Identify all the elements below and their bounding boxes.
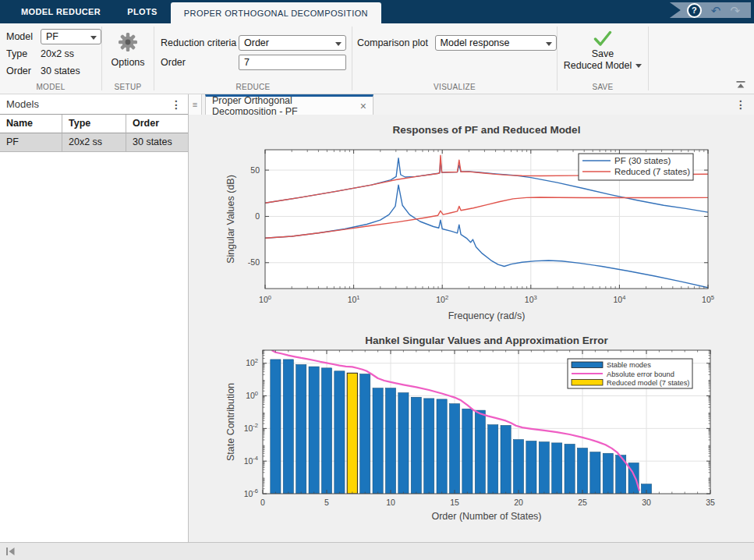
document-tab-bar-menu-icon[interactable]: ⋮ <box>727 94 754 115</box>
svg-text:30: 30 <box>642 498 651 507</box>
svg-text:0: 0 <box>255 211 260 221</box>
hsv-bar[interactable] <box>335 371 345 494</box>
section-label-save: SAVE <box>558 83 648 94</box>
help-icon[interactable]: ? <box>687 3 702 18</box>
tab-proper-orthogonal-decomposition[interactable]: PROPER ORTHOGONAL DECOMPOSITION <box>171 2 381 23</box>
models-panel: Models ⋮ Name Type Order PF 20x2 ss 30 s… <box>0 94 189 542</box>
hsv-bar[interactable] <box>488 425 498 494</box>
redo-icon[interactable]: ↷ <box>730 5 740 16</box>
hsv-bar[interactable] <box>513 440 523 494</box>
hsv-bar[interactable] <box>501 425 511 494</box>
hsv-bar[interactable] <box>552 443 562 494</box>
models-col-order: Order <box>126 115 188 133</box>
status-bar <box>0 542 754 560</box>
hsv-bar[interactable] <box>603 453 613 494</box>
quick-access-toolbar: ? ↶ ↷ <box>670 2 751 18</box>
hsv-bar[interactable] <box>373 388 383 494</box>
check-icon <box>593 30 613 48</box>
save-button-line2: Reduced Model <box>564 60 632 72</box>
svg-text:20: 20 <box>514 498 523 507</box>
table-row[interactable]: PF 20x2 ss 30 states <box>0 133 188 151</box>
model-label: Model <box>6 31 41 42</box>
tab-strip-handle[interactable]: ≡ <box>189 94 202 115</box>
save-button-line1: Save <box>592 48 614 60</box>
model-dropdown[interactable]: PF <box>41 29 101 44</box>
svg-text:35: 35 <box>706 498 715 507</box>
save-reduced-model-button[interactable]: Save Reduced Model <box>564 30 642 72</box>
hsv-bar[interactable] <box>296 364 306 494</box>
order-input[interactable] <box>239 55 346 70</box>
hsv-bar[interactable] <box>309 367 319 494</box>
hsv-bar[interactable] <box>283 360 293 494</box>
comparison-plot-dropdown[interactable]: Model response <box>435 35 557 51</box>
section-label-reduce: REDUCE <box>154 83 352 94</box>
undo-icon[interactable]: ↶ <box>711 5 721 16</box>
document-tab-bar: ≡ Proper Orthogonal Decomposition - PF ×… <box>189 94 754 115</box>
hsv-bar[interactable] <box>411 397 421 494</box>
options-button-label[interactable]: Options <box>111 57 144 68</box>
hsv-bar[interactable] <box>271 360 281 494</box>
document-tab-pod-pf[interactable]: Proper Orthogonal Decomposition - PF × <box>205 94 373 115</box>
chart-responses: 500-50100101102103104105Responses of PF … <box>225 124 714 321</box>
models-col-name: Name <box>0 115 62 133</box>
svg-text:50: 50 <box>250 165 260 175</box>
svg-text:104: 104 <box>613 294 625 305</box>
hsv-bar[interactable] <box>449 404 459 494</box>
hsv-bar[interactable] <box>462 409 473 494</box>
charts-canvas: 500-50100101102103104105Responses of PF … <box>189 115 753 542</box>
comparison-plot-value: Model response <box>441 37 510 48</box>
svg-text:105: 105 <box>702 294 714 305</box>
svg-text:103: 103 <box>525 294 537 305</box>
hsv-bar[interactable] <box>565 444 575 494</box>
caret-down-icon <box>90 36 97 40</box>
models-table: Name Type Order PF 20x2 ss 30 states <box>0 114 188 152</box>
caret-down-icon <box>335 42 342 46</box>
tab-model-reducer[interactable]: MODEL REDUCER <box>8 0 114 23</box>
hsv-bar[interactable] <box>360 374 370 494</box>
svg-text:15: 15 <box>450 498 459 507</box>
hsv-bar[interactable] <box>398 393 409 494</box>
svg-text:5: 5 <box>324 498 329 507</box>
options-button[interactable] <box>118 30 138 54</box>
ribbon-filler <box>649 23 754 94</box>
reduction-criteria-dropdown[interactable]: Order <box>239 35 346 51</box>
hsv-bar[interactable] <box>321 368 331 494</box>
hsv-bar[interactable] <box>385 388 395 494</box>
svg-text:101: 101 <box>348 294 360 305</box>
hsv-bar[interactable] <box>437 399 447 494</box>
models-panel-title: Models <box>6 98 39 110</box>
svg-text:PF (30 states): PF (30 states) <box>614 156 671 165</box>
hsv-bar[interactable] <box>590 452 600 494</box>
tab-plots[interactable]: PLOTS <box>114 0 171 23</box>
svg-text:Frequency (rad/s): Frequency (rad/s) <box>448 310 526 321</box>
model-dropdown-value: PF <box>46 31 58 42</box>
hsv-bar-highlighted[interactable] <box>347 373 357 494</box>
close-icon[interactable]: × <box>360 101 366 112</box>
hsv-bar[interactable] <box>526 441 536 494</box>
svg-text:Stable modes: Stable modes <box>607 361 651 369</box>
models-panel-menu-icon[interactable]: ⋮ <box>171 99 182 110</box>
legend-responses: PF (30 states)Reduced (7 states) <box>579 154 693 180</box>
svg-text:-50: -50 <box>248 257 260 267</box>
hsv-bar[interactable] <box>475 410 485 494</box>
svg-text:10-2: 10-2 <box>244 422 258 433</box>
type-label: Type <box>6 48 41 59</box>
hsv-bar[interactable] <box>539 442 549 494</box>
model-type-cell: 20x2 ss <box>62 133 126 151</box>
collapse-panel-left-icon[interactable] <box>5 547 16 556</box>
caret-down-icon <box>635 64 642 68</box>
ribbon-section-setup: Options SETUP <box>102 23 154 94</box>
title-tab-bar: MODEL REDUCER PLOTS PROPER ORTHOGONAL DE… <box>0 0 754 23</box>
svg-text:Order (Number of States): Order (Number of States) <box>431 511 541 522</box>
models-col-type: Type <box>62 115 126 133</box>
legend-hankel: Stable modesAbsolute error boundReduced … <box>568 359 692 388</box>
section-label-setup: SETUP <box>102 83 154 94</box>
hsv-bar[interactable] <box>424 399 434 494</box>
caret-down-icon <box>546 42 552 46</box>
collapse-ribbon-icon[interactable] <box>735 80 746 89</box>
svg-text:0: 0 <box>260 498 265 507</box>
topbar-spacer <box>0 0 8 23</box>
hsv-bar[interactable] <box>577 448 587 494</box>
svg-text:Responses of PF and Reduced Mo: Responses of PF and Reduced Model <box>393 124 581 136</box>
svg-text:25: 25 <box>578 498 587 507</box>
